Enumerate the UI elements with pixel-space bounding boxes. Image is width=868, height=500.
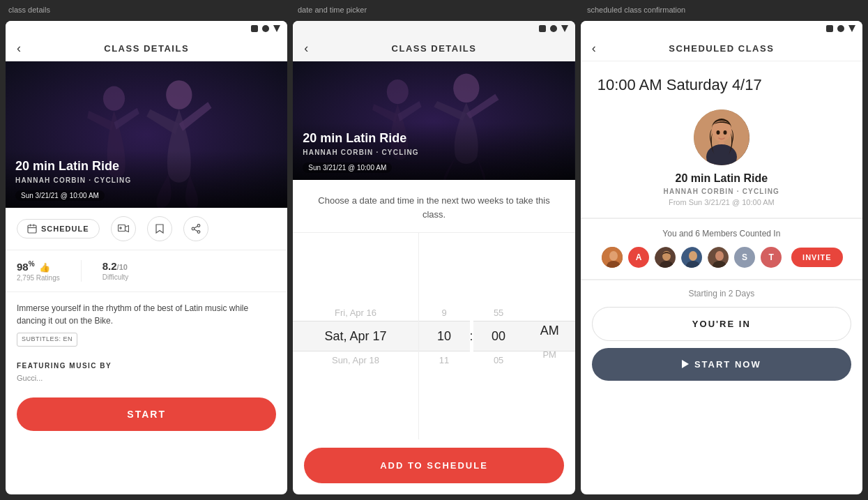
thumbs-icon: 👍 [39,262,50,273]
nav-title-3: SCHEDULED CLASS [669,43,774,54]
music-items: Gucci... [17,374,276,382]
start-button[interactable]: START [17,397,276,431]
status-dot-3 [837,25,844,32]
bookmark-icon [155,224,164,234]
status-icon-3 [826,25,833,32]
youre-in-button[interactable]: YOU'RE IN [592,307,851,341]
bookmark-button[interactable] [147,216,172,241]
ampm-item-above[interactable] [524,307,575,318]
date-item-above[interactable]: Fri, Apr 16 [293,302,418,324]
ampm-item-below[interactable]: PM [524,344,575,365]
share-button[interactable] [183,216,208,241]
hour-item-below[interactable]: 11 [419,349,470,371]
hero-overlay-1: 20 min Latin Ride HANNAH CORBIN · CYCLIN… [6,151,287,208]
action-row-1: SCHEDULE [6,208,287,250]
minute-item-selected[interactable]: 00 [473,324,524,349]
hour-item-selected[interactable]: 10 [419,324,470,349]
hour-item-above[interactable]: 9 [419,302,470,324]
hero-date-2: Sun 3/21/21 @ 10:00 AM [303,162,392,173]
nav-bar-2: ‹ CLASS DETAILS [293,36,574,61]
svg-point-17 [387,79,409,104]
hero-subtitle-1: HANNAH CORBIN · CYCLING [15,176,277,184]
status-triangle-1 [273,25,280,32]
rating-count: 2,795 Ratings [17,274,60,282]
schedule-button[interactable]: SCHEDULE [17,219,100,238]
hero-subtitle-2: HANNAH CORBIN · CYCLING [303,149,565,156]
svg-point-31 [689,251,697,261]
svg-rect-3 [28,225,36,233]
member-avatar-7: T [759,245,783,269]
screen1-label: class details [0,0,289,21]
nav-title-2: CLASS DETAILS [392,43,477,54]
svg-point-23 [723,130,726,135]
instructor-avatar [694,109,749,165]
screen2-label: date and time picker [289,0,579,21]
status-bar-2 [293,21,574,36]
confirmation-datetime: 10:00 AM Saturday 4/17 [581,61,862,103]
add-to-schedule-button[interactable]: ADD TO SCHEDULE [304,448,563,483]
members-section: You and 6 Members Counted In A [581,219,862,280]
date-column[interactable]: Fri, Apr 16 Sat, Apr 17 Sun, Apr 18 [293,233,418,439]
svg-point-1 [166,80,192,109]
status-dot-1 [262,25,269,32]
hero-title-2: 20 min Latin Ride [303,131,565,146]
hero-image-1: 20 min Latin Ride HANNAH CORBIN · CYCLIN… [6,61,287,208]
nav-bar-3: ‹ SCHEDULED CLASS [581,36,862,61]
date-item-selected[interactable]: Sat, Apr 17 [293,324,418,349]
subtitle-badge: SUBTITLES: EN [17,333,77,347]
time-columns: 9 10 11 : 55 00 05 AM PM [419,233,575,439]
nav-title-1: CLASS DETAILS [104,43,189,54]
status-triangle-3 [848,25,855,32]
starting-label: Starting in 2 Days [581,280,862,307]
hour-column[interactable]: 9 10 11 [419,233,470,439]
invite-button[interactable]: INVITE [791,248,842,267]
instructor-section: 20 min Latin Ride HANNAH CORBIN · CYCLIN… [581,103,862,218]
difficulty-stat: 8.2/10 Difficulty [102,260,129,282]
member-avatar-6: S [733,245,756,269]
svg-point-16 [453,74,479,103]
status-dot-2 [550,25,557,32]
svg-point-22 [716,130,719,135]
svg-point-34 [715,251,724,261]
description-1: Immerse yourself in the rhythm of the be… [6,292,287,354]
status-triangle-2 [561,25,568,32]
rating-suffix: % [29,260,35,268]
date-time-picker[interactable]: Fri, Apr 16 Sat, Apr 17 Sun, Apr 18 9 10… [293,233,574,439]
screen2-frame: ‹ CLASS DETAILS [293,21,574,494]
svg-line-13 [194,226,197,228]
minute-column[interactable]: 55 00 05 [473,233,524,439]
minute-item-above[interactable]: 55 [473,302,524,324]
member-avatar-3 [653,245,677,269]
share-icon [191,224,201,234]
hero-title-1: 20 min Latin Ride [15,159,277,174]
status-icon-1 [251,25,258,32]
rating-stat: 98% 👍 2,795 Ratings [17,260,60,282]
back-button-2[interactable]: ‹ [304,41,308,56]
screen3-frame: ‹ SCHEDULED CLASS 10:00 AM Saturday 4/17 [581,21,862,494]
member-avatar-2: A [627,245,650,269]
stat-divider [81,260,82,282]
member-avatar-1 [600,245,624,269]
members-row: A [592,245,851,269]
play-icon [682,360,689,368]
screen1-frame: ‹ CLASS DETAILS [6,21,287,494]
date-item-below[interactable]: Sun, Apr 18 [293,349,418,371]
start-now-button[interactable]: START NOW [592,348,851,381]
conf-class-sub: HANNAH CORBIN · CYCLING [664,188,780,195]
minute-item-below[interactable]: 05 [473,349,524,371]
difficulty-value: 8.2 [102,260,117,272]
member-avatar-5 [706,245,730,269]
back-button-1[interactable]: ‹ [17,41,21,56]
back-button-3[interactable]: ‹ [592,41,596,56]
member-avatar-4 [680,245,703,269]
conf-class-date: From Sun 3/21/21 @ 10:00 AM [669,198,775,206]
ampm-item-selected[interactable]: AM [524,318,575,344]
conf-class-title: 20 min Latin Ride [676,172,768,185]
difficulty-suffix: /10 [117,263,128,271]
members-label: You and 6 Members Counted In [592,229,851,238]
hero-date-1: Sun 3/21/21 @ 10:00 AM [15,190,105,201]
stats-row-1: 98% 👍 2,795 Ratings 8.2/10 Difficulty [6,250,287,292]
add-video-button[interactable] [111,216,136,241]
svg-point-25 [609,251,618,261]
ampm-column[interactable]: AM PM [524,233,575,439]
